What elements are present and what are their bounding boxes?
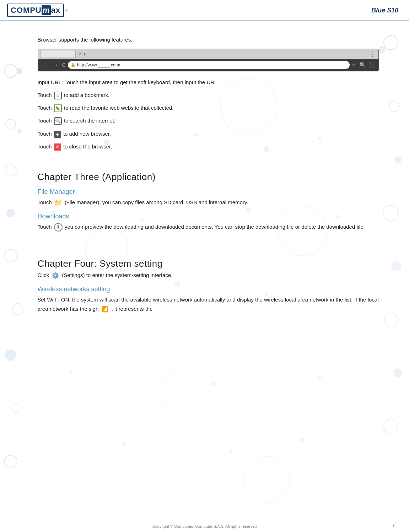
logo-trademark: ® (65, 9, 68, 12)
wireless-heading: Wireless networks setting (38, 286, 379, 293)
svg-point-18 (4, 455, 17, 468)
browser-toolbar: ← → C 🔒 http://www._____.com/ ☆ 🔍 ⬛ (38, 59, 378, 71)
browser-action-btns: ☆ 🔍 ⬛ (352, 62, 376, 68)
browser-tab-close: ✕ (79, 51, 82, 56)
chapter4-heading: Chapter Four: System setting (38, 258, 379, 269)
svg-point-14 (5, 349, 16, 361)
file-manager-para: Touch 📁 (File manager), you can copy fil… (38, 198, 379, 207)
downloads-heading: Downloads (38, 213, 379, 220)
plus-box-icon: + (54, 131, 61, 138)
footer: Copyright © Compumax Computer S.A.S. All… (0, 524, 409, 528)
svg-point-41 (122, 442, 127, 446)
touch-label-downloads: Touch (38, 224, 53, 230)
touch-search-para: Touch 🔍 to search the internet. (38, 116, 379, 125)
wifi-icon: 📶 (101, 305, 109, 314)
logo-compu: COMPU (11, 6, 42, 15)
touch-add-browser-text: to add new browser. (63, 131, 111, 137)
browser-back-btn[interactable]: ← (41, 62, 49, 68)
touch-close-browser-para: Touch ✕ to close the browser. (38, 142, 379, 151)
wireless-text: Set Wi-Fi ON, the system will scan the a… (38, 297, 379, 312)
browser-reload-btn[interactable]: C (62, 62, 66, 68)
touch-favorite-text: to read the favorite web website that co… (64, 105, 174, 111)
logo-ax: ax (51, 6, 60, 15)
downloads-icon: ⬇ (54, 223, 63, 232)
downloads-text: you can preview the downloading and down… (65, 224, 365, 230)
touch-label-5: Touch (38, 143, 53, 150)
settings-para: Click ⚙️ (Settings) to enter the system-… (38, 271, 379, 280)
touch-label-1: Touch (38, 92, 53, 98)
settings-icon: ⚙️ (51, 271, 60, 280)
touch-label-3: Touch (38, 118, 53, 124)
svg-point-17 (394, 369, 402, 377)
browser-menu-dots[interactable]: ⋮ (370, 50, 376, 58)
header: COMPUmax ® Blue S10 (0, 0, 409, 21)
svg-point-47 (158, 371, 197, 410)
browser-tab (40, 50, 76, 58)
x-box-icon: ✕ (54, 143, 61, 151)
svg-point-39 (211, 381, 216, 386)
input-url-text: Input URL: Touch the input area to get t… (38, 78, 379, 87)
svg-point-40 (318, 374, 322, 379)
copyright-text: Copyright © Compumax Computer S.A.S. All… (152, 524, 257, 528)
svg-point-19 (384, 419, 398, 433)
browser-intro-text: Browser supports the following features. (38, 35, 379, 44)
main-content: Browser supports the following features.… (9, 28, 400, 324)
svg-point-16 (12, 404, 20, 413)
star-icon: ☆ (54, 92, 62, 99)
browser-star-btn[interactable]: ☆ (352, 62, 356, 68)
touch-label-2: Touch (38, 105, 53, 111)
svg-point-43 (300, 438, 305, 443)
svg-point-42 (229, 449, 233, 453)
chapter3-heading: Chapter Three (Application) (38, 172, 379, 183)
touch-close-browser-text: to close the browser. (63, 143, 112, 150)
browser-new-tab-btn[interactable]: + (83, 51, 86, 57)
browser-search-btn[interactable]: 🔍 (359, 62, 366, 68)
header-divider (0, 21, 409, 21)
touch-search-text: to search the internet. (64, 118, 115, 124)
svg-point-38 (69, 371, 73, 375)
touch-label-file: Touch (38, 199, 53, 205)
page-number: 7 (392, 523, 395, 528)
browser-forward-btn[interactable]: → (52, 62, 60, 68)
browser-address-bar[interactable]: 🔒 http://www._____.com/ (68, 61, 350, 69)
touch-bookmark-text: to add a bookmark. (64, 92, 109, 98)
logo-area: COMPUmax ® (7, 4, 68, 17)
wireless-para: Set Wi-Fi ON, the system will scan the a… (38, 295, 379, 314)
click-label: Click (38, 272, 51, 278)
bookmark-icon: 🔖 (54, 104, 62, 112)
settings-text: (Settings) to enter the system-setting i… (62, 272, 172, 278)
browser-mockup: ✕ + ⋮ ← → C 🔒 http://www._____.com/ ☆ 🔍 … (38, 49, 379, 71)
browser-lock-icon: 🔒 (71, 63, 76, 67)
file-manager-heading: File Manager (38, 188, 379, 196)
file-manager-text: (File manager), you can copy files among… (65, 199, 248, 205)
touch-favorite-para: Touch 🔖 to read the favorite web website… (38, 103, 379, 113)
touch-bookmark-para: Touch ☆ to add a bookmark. (38, 91, 379, 100)
downloads-para: Touch ⬇ you can preview the downloading … (38, 222, 379, 232)
logo-m: m (42, 5, 51, 15)
file-manager-icon: 📁 (54, 199, 63, 207)
touch-label-4: Touch (38, 131, 53, 137)
svg-point-48 (243, 456, 290, 503)
logo: COMPUmax (7, 4, 64, 17)
product-name: Blue S10 (371, 7, 398, 14)
browser-tab-bar: ✕ + ⋮ (38, 49, 378, 59)
search-circle-icon: 🔍 (54, 117, 62, 125)
browser-save-btn[interactable]: ⬛ (369, 62, 376, 68)
wireless-text2: , it represents the (112, 306, 153, 312)
touch-add-browser-para: Touch + to add new browser. (38, 129, 379, 139)
browser-url-text: http://www._____.com/ (77, 63, 120, 67)
